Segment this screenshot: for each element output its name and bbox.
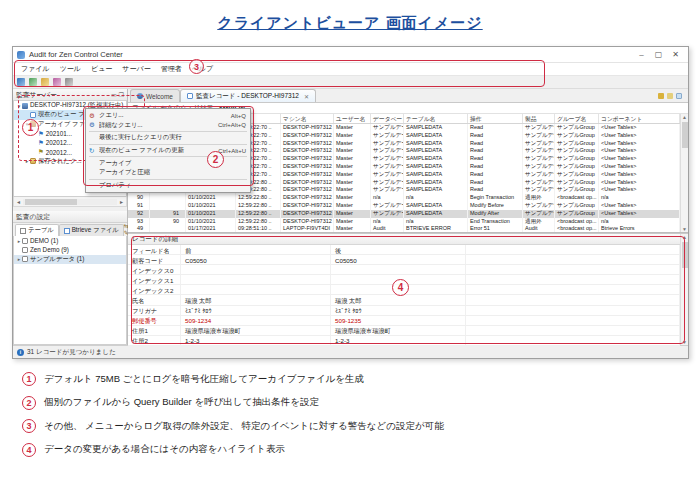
- tab-audit-records[interactable]: 監査レコード - DESKTOP-HI97312 ✕: [180, 89, 316, 102]
- cell: <User Tables>: [599, 147, 680, 155]
- maximize-button[interactable]: ▢: [650, 47, 667, 62]
- cell: 01/10/2021: [186, 202, 236, 210]
- cell: DESKTOP-HI97312: [281, 186, 334, 194]
- column-header[interactable]: コンポーネント: [599, 114, 680, 123]
- menu-item-archive[interactable]: アーカイブ: [86, 158, 250, 168]
- record-file-icon: [187, 93, 193, 99]
- cell: DESKTOP-HI97312: [281, 147, 334, 155]
- column-header[interactable]: マシン名: [281, 114, 334, 123]
- scroll-right-icon[interactable]: ▸: [117, 198, 126, 205]
- menu-item-advanced-query[interactable]: ⚙ 詳細なクエリ... Ctrl+Alt+Q: [86, 121, 250, 131]
- cell: <User Tables>: [599, 155, 680, 163]
- menu-bar: ファイルツールビューサーバー管理者ヘルプ: [13, 63, 688, 76]
- tab-tables[interactable]: テーブル: [15, 224, 59, 236]
- cell: サンプルデータ: [371, 179, 404, 187]
- column-header[interactable]: グループ名: [555, 114, 599, 123]
- field-name: 氏名: [128, 295, 181, 304]
- restore-panel-icon[interactable]: ❐: [119, 91, 124, 98]
- after-value: 509-1235: [331, 316, 466, 325]
- after-value: ﾐｽﾞﾅﾐ ﾀﾛｳ: [331, 306, 466, 315]
- cell: Master: [334, 155, 371, 163]
- menu-item[interactable]: サーバー: [117, 64, 155, 74]
- menu-item[interactable]: 管理者: [156, 64, 187, 74]
- audit-servers-panel-header: 監査サーバー ▭ ❐: [13, 89, 127, 101]
- minimize-panel-icon[interactable]: ▭: [111, 91, 117, 98]
- before-value: 509-1234: [181, 316, 331, 325]
- edit-icon[interactable]: [53, 78, 61, 86]
- cell: サンプルデータ: [371, 155, 404, 163]
- menu-item[interactable]: ツール: [55, 64, 86, 74]
- cell: 93: [128, 218, 150, 226]
- menu-item-refresh-view-file[interactable]: ↻ 現在のビュー ファイルの更新 Ctrl+Alt+U: [86, 146, 250, 156]
- column-header[interactable]: 製品: [523, 114, 555, 123]
- refresh-icon[interactable]: [65, 78, 73, 86]
- tree-item-demo[interactable]: ▸ DEMO (1): [14, 236, 126, 245]
- details-row[interactable]: 郵便番号 509-1234 509-1235: [128, 316, 680, 326]
- close-button[interactable]: ✕: [667, 47, 684, 62]
- cell: Modify After: [468, 210, 523, 218]
- close-tab-icon[interactable]: ✕: [304, 93, 309, 100]
- cell: 92: [128, 210, 150, 218]
- scrollbar-thumb[interactable]: [682, 242, 688, 268]
- column-header[interactable]: テーブル名: [404, 114, 468, 123]
- menu-item[interactable]: ビュー: [86, 64, 117, 74]
- column-header[interactable]: 操作: [468, 114, 523, 123]
- new-query-icon[interactable]: [41, 78, 49, 86]
- table-row[interactable]: 90 01/10/2021 12:59:22:80 .. DESKTOP-HI9…: [128, 194, 680, 202]
- cell: サンプルGroup: [555, 147, 599, 155]
- cell: LAPTOP-FI9VT4DI: [281, 225, 334, 233]
- menu-item-run-last-query[interactable]: 最後に実行したクエリの実行: [86, 133, 250, 143]
- menu-item-archive-compress[interactable]: アーカイブと圧縮: [86, 168, 250, 178]
- tab-btrieve-files[interactable]: Btrieve ファイル: [59, 224, 124, 236]
- scroll-up-icon[interactable]: ▲: [682, 234, 687, 240]
- tree-item-zen-demo[interactable]: Zen Demo (9): [14, 245, 126, 254]
- open-view-icon[interactable]: [29, 78, 37, 86]
- menu-item-properties[interactable]: プロパティ: [86, 181, 250, 191]
- table-row[interactable]: 92 91 01/10/2021 12:59:22:80 .. DESKTOP-…: [128, 210, 680, 218]
- table-vertical-scrollbar[interactable]: ▲ ▼: [680, 114, 688, 232]
- before-value: 1-2-3: [181, 336, 331, 345]
- table-row[interactable]: 49 01/17/2021 09:28:51:10 .. LAPTOP-FI9V…: [128, 225, 680, 233]
- cell: Read: [468, 163, 523, 171]
- cell: 49: [128, 225, 150, 233]
- field-name: インデックス0: [128, 265, 181, 274]
- legend-number: 3: [22, 419, 36, 433]
- cell: DESKTOP-HI97312: [281, 194, 334, 202]
- connect-server-icon[interactable]: [17, 78, 25, 86]
- scrollbar-thumb[interactable]: [25, 199, 77, 205]
- cell: SAMPLEDATA: [404, 124, 468, 132]
- details-row[interactable]: 住所1 瑞浪県瑞浪市瑞浪町 瑞浪県瑞浪市瑞浪町: [128, 326, 680, 336]
- scroll-left-icon[interactable]: ◂: [14, 198, 23, 205]
- scrollbar-thumb[interactable]: [682, 122, 688, 148]
- minimize-button[interactable]: –: [633, 47, 650, 62]
- search-icon[interactable]: [667, 93, 673, 99]
- cell: <broadcast op...: [555, 218, 599, 226]
- tree-item-sample-data[interactable]: ▸ サンプルデータ (1): [14, 255, 126, 264]
- details-vertical-scrollbar[interactable]: ▲ ▼: [680, 234, 688, 345]
- cell: n/a: [404, 194, 468, 202]
- bookmark-icon[interactable]: [676, 93, 682, 99]
- scroll-down-icon[interactable]: ▼: [682, 226, 687, 232]
- annotation-circle-2: 2: [207, 151, 224, 168]
- menu-item[interactable]: ファイル: [16, 64, 55, 74]
- cell: <broadcast op...: [555, 194, 599, 202]
- column-header[interactable]: データベース名: [371, 114, 404, 123]
- tab-welcome[interactable]: Welcome: [130, 89, 180, 102]
- details-row[interactable]: インデックス0: [128, 265, 680, 275]
- table-row[interactable]: 93 90 01/10/2021 12:59:22:80 .. DESKTOP-…: [128, 218, 680, 226]
- details-row[interactable]: フリガナ ﾐｽﾞﾅﾐ ﾀﾛｳ ﾐｽﾞﾅﾐ ﾀﾛｳ: [128, 306, 680, 316]
- cell: <User Tables>: [599, 179, 680, 187]
- pin-icon[interactable]: [658, 93, 664, 99]
- settings-tabs: テーブル Btrieve ファイル ⇆ ✎: [13, 223, 127, 236]
- after-value: 瑞浪県瑞浪市瑞浪町: [331, 326, 466, 335]
- table-row[interactable]: 91 01/10/2021 12:59:22:80 .. DESKTOP-HI9…: [128, 202, 680, 210]
- details-row[interactable]: 顧客コード C05050 C05050: [128, 255, 680, 265]
- scroll-up-icon[interactable]: ▲: [682, 114, 687, 120]
- details-row[interactable]: 氏名 瑞浪 太郎 瑞浪 太郎: [128, 295, 680, 305]
- details-row[interactable]: 住所2 1-2-3 1-2-3: [128, 336, 680, 346]
- sidebar-horizontal-scrollbar[interactable]: ◂ ▸: [13, 197, 127, 207]
- menu-item-query[interactable]: ⚙ クエリ... Alt+Q: [86, 111, 250, 121]
- column-header[interactable]: ユーザー名: [334, 114, 371, 123]
- scroll-down-icon[interactable]: ▼: [682, 339, 687, 345]
- legend-text: デフォルト 75MB ごとにログを暗号化圧縮してアーカイブファイルを生成: [44, 373, 364, 386]
